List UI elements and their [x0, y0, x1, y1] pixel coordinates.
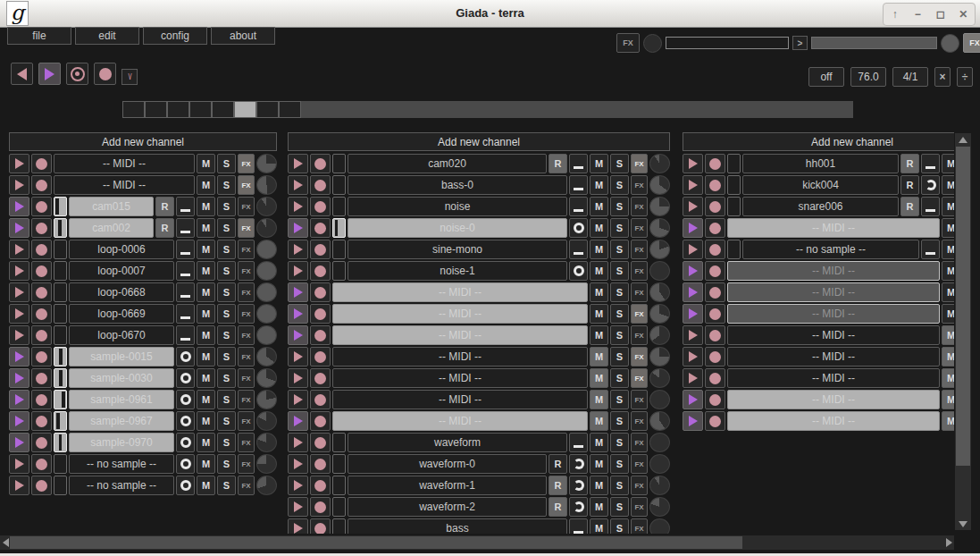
channel-arm-button[interactable]	[31, 368, 52, 388]
shade-button[interactable]: ↑	[886, 5, 904, 23]
channel-play-button[interactable]	[9, 261, 29, 281]
channel-arm-button[interactable]	[310, 325, 331, 345]
solo-button[interactable]: S	[610, 304, 629, 324]
channel-arm-button[interactable]	[705, 304, 725, 324]
mute-button[interactable]: M	[590, 454, 608, 474]
channel-label[interactable]: waveform	[348, 433, 567, 452]
beat-cell-8[interactable]	[279, 101, 301, 118]
volume-knob[interactable]	[649, 325, 670, 345]
channel-label[interactable]: loop-0669	[69, 304, 174, 324]
channel-arm-button[interactable]	[310, 197, 331, 216]
fx-button[interactable]: FX	[631, 218, 648, 238]
channel-play-button[interactable]	[288, 476, 308, 495]
channel-arm-button[interactable]	[31, 454, 52, 474]
volume-knob[interactable]	[649, 390, 670, 409]
channel-play-button[interactable]	[9, 433, 29, 452]
mode-button[interactable]	[176, 261, 195, 281]
fx-button[interactable]: FX	[631, 433, 648, 452]
volume-knob[interactable]	[256, 304, 277, 324]
master-in-fx-button[interactable]: FX	[616, 33, 640, 53]
mode-button[interactable]	[569, 240, 588, 259]
mode-button[interactable]	[176, 304, 195, 324]
channel-arm-button[interactable]	[31, 218, 52, 238]
volume-knob[interactable]	[256, 154, 277, 173]
channel-label[interactable]: kick004	[742, 175, 899, 195]
channel-play-button[interactable]	[9, 154, 29, 173]
channel-play-button[interactable]	[683, 368, 703, 388]
mute-button[interactable]: M	[590, 368, 608, 388]
fx-button[interactable]: FX	[238, 325, 255, 345]
horizontal-scrollbar-thumb[interactable]	[10, 536, 742, 549]
channel-arm-button[interactable]	[310, 347, 331, 366]
channel-label[interactable]: -- MIDI --	[727, 390, 940, 409]
menu-config[interactable]: config	[143, 27, 207, 45]
mute-button[interactable]: M	[197, 240, 215, 259]
channel-label[interactable]: -- MIDI --	[332, 411, 588, 431]
channel-label[interactable]: sample-0970	[69, 433, 174, 452]
volume-knob[interactable]	[649, 368, 670, 388]
fx-button[interactable]: FX	[238, 282, 255, 302]
fx-button[interactable]: FX	[238, 390, 255, 409]
mute-button[interactable]: M	[590, 304, 608, 324]
mute-button[interactable]: M	[590, 261, 608, 281]
channel-arm-button[interactable]	[310, 175, 331, 195]
channel-label[interactable]: sample-0015	[69, 347, 174, 366]
mode-button[interactable]	[569, 175, 588, 195]
channel-label[interactable]: -- MIDI --	[727, 282, 940, 302]
channel-arm-button[interactable]	[310, 454, 331, 474]
channel-label[interactable]: -- MIDI --	[332, 368, 588, 388]
channel-arm-button[interactable]	[310, 218, 331, 238]
menu-edit[interactable]: edit	[75, 27, 139, 45]
channel-label[interactable]: -- MIDI --	[332, 282, 588, 302]
solo-button[interactable]: S	[217, 218, 236, 238]
channel-arm-button[interactable]	[31, 390, 52, 409]
mute-button[interactable]: M	[590, 154, 608, 173]
close-button[interactable]: ✕	[954, 5, 972, 23]
fx-button[interactable]: FX	[631, 368, 648, 388]
channel-label[interactable]: waveform-0	[348, 454, 547, 474]
mute-button[interactable]: M	[197, 368, 215, 388]
volume-knob[interactable]	[649, 197, 670, 216]
channel-play-button[interactable]	[9, 411, 29, 431]
beat-divide-button[interactable]: ÷	[957, 67, 973, 87]
channel-arm-button[interactable]	[310, 368, 331, 388]
solo-button[interactable]: S	[610, 518, 629, 534]
mute-button[interactable]: M	[942, 218, 954, 238]
volume-knob[interactable]	[256, 197, 277, 216]
mode-button[interactable]	[569, 261, 588, 281]
fx-button[interactable]: FX	[238, 304, 255, 324]
solo-button[interactable]: S	[610, 454, 629, 474]
channel-arm-button[interactable]	[31, 433, 52, 452]
channel-play-button[interactable]	[288, 411, 308, 431]
solo-button[interactable]: S	[610, 433, 629, 452]
solo-button[interactable]: S	[610, 154, 629, 173]
mute-button[interactable]: M	[590, 476, 608, 495]
channel-play-button[interactable]	[683, 154, 703, 173]
menu-about[interactable]: about	[211, 27, 275, 45]
read-actions-button[interactable]: R	[900, 154, 919, 173]
read-actions-button[interactable]: R	[549, 497, 567, 517]
channel-arm-button[interactable]	[31, 304, 52, 324]
mode-button[interactable]	[921, 197, 940, 216]
solo-button[interactable]: S	[610, 197, 629, 216]
mute-button[interactable]: M	[197, 218, 215, 238]
channel-play-button[interactable]	[288, 347, 308, 366]
read-actions-button[interactable]: R	[549, 476, 567, 495]
read-actions-button[interactable]: R	[549, 454, 567, 474]
solo-button[interactable]: S	[610, 476, 629, 495]
channel-label[interactable]: noise	[348, 197, 567, 216]
fx-button[interactable]: FX	[238, 240, 255, 259]
channel-play-button[interactable]	[683, 304, 703, 324]
mute-button[interactable]: M	[197, 347, 215, 366]
solo-button[interactable]: S	[610, 497, 629, 517]
volume-knob[interactable]	[649, 218, 670, 238]
mute-button[interactable]: M	[590, 325, 608, 345]
channel-play-button[interactable]	[288, 154, 308, 173]
mute-button[interactable]: M	[197, 325, 215, 345]
input-record-button[interactable]	[66, 63, 88, 85]
channel-label[interactable]: waveform-1	[348, 476, 547, 495]
volume-knob[interactable]	[649, 240, 670, 259]
mode-button[interactable]	[569, 154, 588, 173]
mute-button[interactable]: M	[590, 497, 608, 517]
mode-button[interactable]	[569, 454, 588, 474]
